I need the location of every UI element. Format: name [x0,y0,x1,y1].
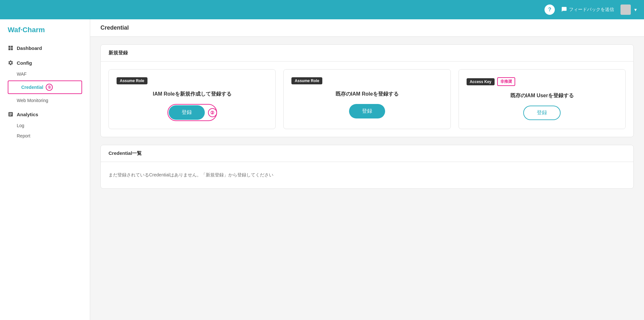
sidebar-item-web-monitoring[interactable]: Web Monitoring [0,95,90,106]
user-area[interactable]: ▼ [620,5,638,15]
card-assume-role-new: Assume Role IAM Roleを新規作成して登録する 登録 ② [109,69,276,129]
new-registration-title: 新規登録 [101,45,633,61]
help-button[interactable]: ? [545,5,555,15]
card3-header: Access Key 非推奨 [467,77,618,86]
sidebar-item-config[interactable]: Config [0,57,90,69]
card-assume-role-existing: Assume Role 既存のIAM Roleを登録する 登録 [283,69,450,129]
card1-header: Assume Role [117,77,268,84]
sidebar: Waf·Charm Dashboard Config WAF Credentia… [0,19,90,320]
sidebar-item-dashboard[interactable]: Dashboard [0,42,90,54]
card3-text: 既存のIAM Userを登録する [510,92,574,99]
sidebar-item-log[interactable]: Log [0,120,90,131]
card-access-key: Access Key 非推奨 既存のIAM Userを登録する 登録 [459,69,626,129]
sidebar-section-analytics: Analytics Log Report [0,108,90,141]
svg-rect-2 [8,48,10,50]
sidebar-item-credential[interactable]: Credential ① [8,80,82,94]
sidebar-section-dashboard: Dashboard [0,42,90,54]
registration-cards: Assume Role IAM Roleを新規作成して登録する 登録 ② Ass… [101,61,633,137]
page-header: Credential [90,19,644,37]
page-title: Credential [100,24,634,31]
card1-button-badge: ② [208,108,217,117]
user-name: ▼ [633,7,638,12]
sidebar-item-analytics[interactable]: Analytics [0,108,90,120]
credential-list-empty: まだ登録されているCredentialはありません。「新規登録」から登録してくだ… [101,162,633,188]
logo: Waf·Charm [0,26,90,42]
svg-rect-0 [8,46,10,48]
card2-register-button[interactable]: 登録 [349,104,385,118]
new-registration-section: 新規登録 Assume Role IAM Roleを新規作成して登録する 登録 … [100,44,634,137]
card3-not-recommended: 非推奨 [497,77,515,86]
card1-button-wrapper: 登録 ② [167,104,217,121]
sidebar-section-config: Config WAF Credential ① Web Monitoring [0,57,90,106]
main-content: Credential 新規登録 Assume Role IAM Roleを新規作… [90,19,644,320]
card2-text: 既存のIAM Roleを登録する [336,91,399,98]
card2-header: Assume Role [291,77,442,84]
card2-tag: Assume Role [291,77,322,84]
header: ? フィードバックを送信 ▼ [0,0,644,19]
card1-text: IAM Roleを新規作成して登録する [153,91,231,98]
card1-tag: Assume Role [117,77,147,84]
credential-badge: ① [46,84,53,91]
credential-list-section: Credential一覧 まだ登録されているCredentialはありません。「… [100,145,634,189]
card3-tag: Access Key [467,78,495,85]
card3-register-button[interactable]: 登録 [523,106,561,120]
feedback-button[interactable]: フィードバックを送信 [561,6,614,13]
avatar [620,5,631,15]
sidebar-item-report[interactable]: Report [0,131,90,141]
svg-rect-3 [11,48,13,50]
card1-register-button[interactable]: 登録 [169,105,205,120]
chat-icon [561,6,567,13]
credential-list-title: Credential一覧 [101,145,633,162]
svg-rect-1 [11,46,13,48]
content-area: 新規登録 Assume Role IAM Roleを新規作成して登録する 登録 … [90,37,644,204]
sidebar-item-waf[interactable]: WAF [0,69,90,79]
